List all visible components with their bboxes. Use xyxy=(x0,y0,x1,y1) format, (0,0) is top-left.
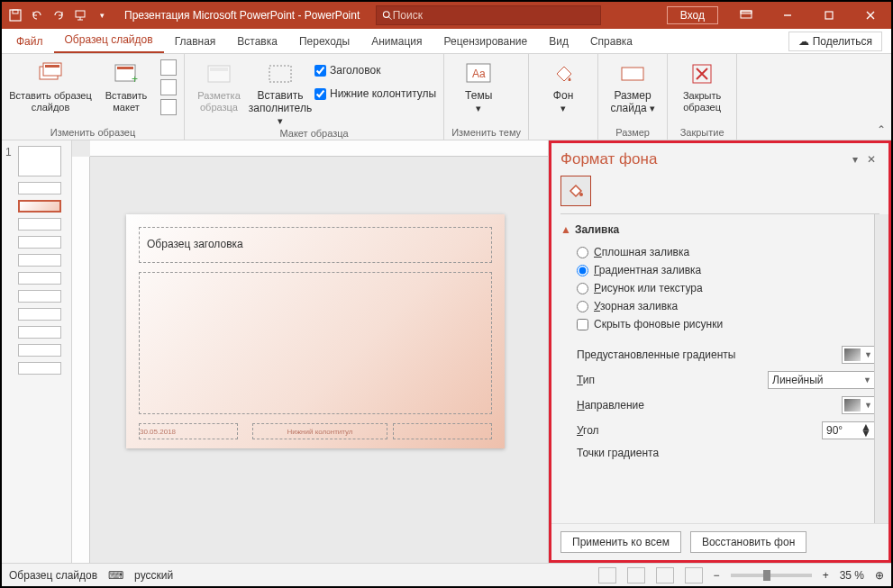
view-sorter-button[interactable] xyxy=(627,567,645,583)
fill-gradient-radio[interactable]: Градиентная заливка xyxy=(560,261,876,279)
search-box[interactable] xyxy=(376,5,601,25)
save-icon[interactable] xyxy=(7,7,23,23)
tab-review[interactable]: Рецензирование xyxy=(433,30,539,53)
preset-gradients-button[interactable]: ▼ xyxy=(842,346,876,364)
zoom-slider[interactable] xyxy=(731,574,812,577)
title-placeholder[interactable]: Образец заголовка xyxy=(139,227,492,263)
rename-button[interactable] xyxy=(160,79,177,95)
redo-icon[interactable] xyxy=(50,7,67,23)
tab-home[interactable]: Главная xyxy=(164,30,227,53)
search-input[interactable] xyxy=(393,9,596,22)
close-master-button[interactable]: Закрыть образец xyxy=(675,58,729,113)
tab-animations[interactable]: Анимация xyxy=(360,30,433,53)
zoom-out-button[interactable]: − xyxy=(714,569,720,582)
language-icon[interactable]: ⌨ xyxy=(108,569,123,582)
qat-dropdown-icon[interactable]: ▾ xyxy=(94,7,110,23)
layout-thumb[interactable] xyxy=(18,326,61,339)
status-mode: Образец слайдов xyxy=(9,569,97,582)
slide-size-button[interactable]: Размер слайда ▾ xyxy=(606,58,660,115)
layout-thumb[interactable] xyxy=(18,308,61,321)
share-icon: ☁ xyxy=(798,35,809,48)
svg-point-3 xyxy=(384,12,390,18)
group-background: Фон▾ xyxy=(529,54,598,140)
layout-thumb[interactable] xyxy=(18,362,61,375)
fill-pattern-radio[interactable]: Узорная заливка xyxy=(560,297,876,315)
themes-button[interactable]: Aa Темы▾ xyxy=(451,58,506,113)
group-edit-theme: Aa Темы▾ Изменить тему xyxy=(444,54,529,140)
apply-all-button[interactable]: Применить ко всем xyxy=(560,531,681,553)
layout-thumb-selected[interactable] xyxy=(18,200,61,213)
zoom-level[interactable]: 35 % xyxy=(840,569,864,582)
minimize-button[interactable] xyxy=(767,2,808,29)
layout-thumb[interactable] xyxy=(18,218,61,231)
delete-button[interactable] xyxy=(160,59,177,76)
background-button[interactable]: Фон▾ xyxy=(536,58,590,113)
status-language[interactable]: русский xyxy=(134,569,173,582)
pane-close-icon[interactable]: ✕ xyxy=(863,153,879,166)
tab-slide-master[interactable]: Образец слайдов xyxy=(54,28,164,53)
insert-slide-master-button[interactable]: Вставить образец слайдов xyxy=(9,58,92,113)
view-reading-button[interactable] xyxy=(656,567,674,583)
fit-window-button[interactable]: ⊕ xyxy=(875,569,884,582)
tab-help[interactable]: Справка xyxy=(579,30,643,53)
fill-solid-radio[interactable]: Сплошная заливка xyxy=(560,243,876,261)
ribbon-display-icon[interactable] xyxy=(725,2,767,29)
gradient-direction-button[interactable]: ▼ xyxy=(842,396,876,414)
collapse-ribbon-icon[interactable]: ⌃ xyxy=(877,123,886,136)
slide-master-icon xyxy=(36,59,65,88)
reset-bg-button[interactable]: Восстановить фон xyxy=(690,531,806,553)
slide-canvas[interactable]: Образец заголовка 30.05.2018 Нижний коло… xyxy=(72,140,891,563)
start-slideshow-icon[interactable] xyxy=(72,7,88,23)
footers-checkbox[interactable]: Нижние колонтитулы xyxy=(314,85,436,103)
insert-placeholder-button[interactable]: Вставить заполнитель ▾ xyxy=(253,58,307,126)
zoom-in-button[interactable]: + xyxy=(823,569,829,582)
insert-placeholder-icon xyxy=(266,59,295,88)
slidenum-placeholder[interactable] xyxy=(393,423,492,439)
layout-thumb[interactable] xyxy=(18,344,61,357)
signin-button[interactable]: Вход xyxy=(667,6,718,24)
fill-section-header[interactable]: ▲ Заливка xyxy=(560,223,876,236)
pane-scrollbar[interactable] xyxy=(874,214,888,523)
fill-picture-radio[interactable]: Рисунок или текстура xyxy=(560,279,876,297)
gradient-angle-spin[interactable]: 90°▲▼ xyxy=(822,421,876,439)
ruler-vertical xyxy=(72,157,90,563)
gradient-type-combo[interactable]: Линейный▼ xyxy=(768,371,876,389)
body-placeholder[interactable] xyxy=(139,272,492,414)
fill-tab-icon[interactable] xyxy=(560,176,591,206)
master-layout-icon xyxy=(205,59,233,88)
svg-rect-11 xyxy=(117,67,133,69)
layout-thumb[interactable] xyxy=(18,182,61,194)
layout-thumb[interactable] xyxy=(18,272,61,285)
layout-thumb[interactable] xyxy=(18,254,61,267)
tab-insert[interactable]: Вставка xyxy=(226,30,288,53)
hide-bg-checkbox[interactable]: Скрыть фоновые рисунки xyxy=(560,315,876,333)
svg-rect-15 xyxy=(269,66,291,82)
title-checkbox[interactable]: Заголовок xyxy=(314,61,436,79)
master-layout-button: Разметка образца xyxy=(192,58,246,113)
date-placeholder[interactable]: 30.05.2018 xyxy=(139,423,238,439)
document-title: Презентация Microsoft PowerPoint - Power… xyxy=(124,9,360,22)
share-button[interactable]: ☁Поделиться xyxy=(788,32,882,51)
layout-thumb[interactable] xyxy=(18,236,61,249)
group-master-layout: Разметка образца Вставить заполнитель ▾ … xyxy=(185,54,444,140)
tab-transitions[interactable]: Переходы xyxy=(288,30,360,53)
tab-view[interactable]: Вид xyxy=(538,30,579,53)
insert-layout-button[interactable]: + Вставить макет xyxy=(99,58,153,113)
tab-file[interactable]: Файл xyxy=(5,30,54,53)
ribbon-tabs: Файл Образец слайдов Главная Вставка Пер… xyxy=(2,29,891,54)
themes-icon: Aa xyxy=(464,59,493,88)
master-thumb[interactable] xyxy=(18,146,61,176)
footer-placeholder[interactable]: Нижний колонтитул xyxy=(252,423,387,439)
pane-options-icon[interactable]: ▾ xyxy=(847,153,863,166)
undo-icon[interactable] xyxy=(29,7,45,23)
view-slideshow-button[interactable] xyxy=(685,567,703,583)
view-normal-button[interactable] xyxy=(598,567,616,583)
preserve-button[interactable] xyxy=(160,99,177,115)
thumbnail-panel: 1 xyxy=(2,140,72,563)
svg-point-20 xyxy=(579,193,583,196)
slide[interactable]: Образец заголовка 30.05.2018 Нижний коло… xyxy=(126,214,505,448)
maximize-button[interactable] xyxy=(808,2,850,29)
layout-thumb[interactable] xyxy=(18,290,61,303)
close-window-button[interactable] xyxy=(850,2,891,29)
group-size: Размер слайда ▾ Размер xyxy=(598,54,668,140)
